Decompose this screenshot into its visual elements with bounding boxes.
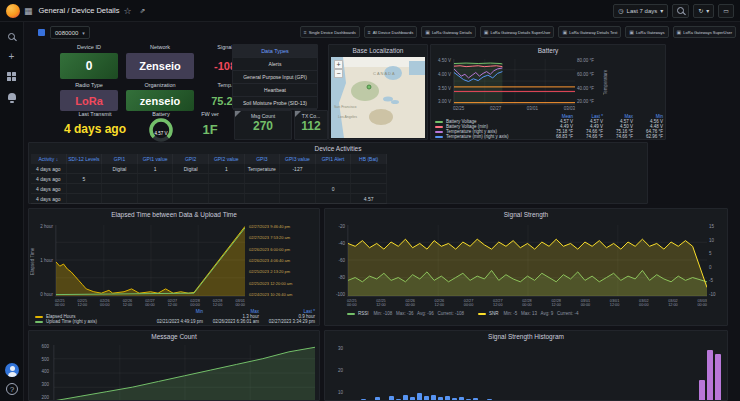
dashboard-link-button[interactable]: ▣LoRa Gateways SuperUser <box>673 26 736 38</box>
dashboard-link-button[interactable]: ≡Single Device Dashboards <box>300 26 360 38</box>
battery-plot[interactable] <box>453 59 575 105</box>
table-cell <box>173 194 209 204</box>
column-header[interactable]: Activity ↓ <box>31 154 67 164</box>
column-header[interactable]: SDI-12 Levels <box>67 154 103 164</box>
column-header[interactable]: GPI2 <box>173 154 209 164</box>
histogram-bar <box>438 397 443 401</box>
map-zoom-out-button[interactable]: − <box>334 69 343 78</box>
elapsed-right-axis: 02/27/2023 9:46:40 pm02/27/2023 7:53:20 … <box>249 225 317 297</box>
message-y-tick: 500 <box>41 358 49 363</box>
signal-y-tick: 0 <box>709 266 725 271</box>
create-icon[interactable]: + <box>1 48 23 65</box>
grafana-logo[interactable] <box>6 4 20 18</box>
column-header[interactable]: GPI1 <box>102 154 138 164</box>
column-header[interactable]: GPI1 Alert <box>316 154 352 164</box>
table-cell <box>316 174 352 184</box>
tick-time: 00:00 <box>464 303 474 307</box>
elapsed-y-tick: 0 hour <box>40 293 53 298</box>
elapsed-y-axis: 2 hour1 hour0 hour <box>37 225 53 297</box>
legend-value: 68.83 °F <box>543 134 573 139</box>
battery-y-tick: 80.00 °F <box>577 59 601 64</box>
stat-value-network: Zenseio <box>126 53 194 79</box>
panel-info-corner-icon[interactable] <box>235 111 241 117</box>
zoom-out-button[interactable] <box>672 4 689 18</box>
map-zoom-in-button[interactable]: + <box>334 60 343 69</box>
stat-label-radio-type: Radio Type <box>60 82 118 88</box>
battery-y-tick: 20.00 °F <box>577 100 601 105</box>
data-type-item[interactable]: Soil Moisture Probe (SID-13) <box>233 97 317 110</box>
histogram-panel-title: Signal Strength Histogram <box>325 331 727 343</box>
time-range-picker[interactable]: ◷ Last 7 days ▾ <box>613 4 668 18</box>
table-cell <box>102 194 138 204</box>
share-icon[interactable]: ⇗ <box>139 7 145 15</box>
avatar[interactable] <box>5 363 19 377</box>
battery-y-tick: 4.50 V <box>438 59 451 64</box>
signal-x-tick: 02/2812:00 <box>551 299 561 308</box>
data-types-title[interactable]: Data Types <box>233 45 317 58</box>
data-type-item[interactable]: Alerts <box>233 58 317 71</box>
histogram-plot[interactable] <box>347 345 721 401</box>
dashboard-link-button[interactable]: ▣LoRa Gateways <box>625 26 668 38</box>
alerting-bell-icon[interactable] <box>1 88 23 105</box>
dashboard-link-icon: ▣ <box>677 29 682 35</box>
elapsed-x-tick: 02/2700:00 <box>145 299 155 308</box>
column-header[interactable]: HB (Bat) <box>351 154 387 164</box>
table-cell <box>173 174 209 184</box>
legend-series-name[interactable]: RSSI <box>358 311 369 316</box>
dashboard-link-button[interactable]: ≡All Device Dashboards <box>364 26 417 38</box>
panel-info-corner-icon[interactable] <box>295 111 301 117</box>
message-y-tick: 200 <box>41 396 49 401</box>
elapsed-x-tick: 02/2712:00 <box>168 299 178 308</box>
table-cell <box>67 184 103 194</box>
map-canvas[interactable]: CANADA San Francisco Los Angeles + − <box>331 57 425 138</box>
signal-x-tick: 02/2712:00 <box>493 299 503 308</box>
legend-series-name[interactable]: SNR <box>489 311 499 316</box>
legend-item: RSSIMin: -108 Max: -36 Avg: -96 Current:… <box>347 311 464 316</box>
dashboard-link-button[interactable]: ▣LoRa Gateway Details SuperUser <box>480 26 555 38</box>
histogram-y-tick: 10 <box>338 391 343 396</box>
breadcrumb[interactable]: General / Device Details <box>39 6 120 15</box>
help-icon[interactable]: ? <box>6 383 18 395</box>
dashboard-link-button[interactable]: ▣LoRa Gateway Details <box>421 26 476 38</box>
dashboard-link-button[interactable]: ▣LoRa Gateway Details Test <box>558 26 621 38</box>
cycle-view-button[interactable]: ▭ <box>718 4 734 18</box>
elapsed-plot[interactable] <box>55 225 245 297</box>
histogram-bar <box>445 396 450 401</box>
table-cell <box>245 174 281 184</box>
dashboard-links-row: ≡Single Device Dashboards≡All Device Das… <box>300 26 736 38</box>
histogram-bar <box>459 397 464 401</box>
column-header[interactable]: GPI1 value <box>138 154 174 164</box>
tick-time: 00:00 <box>55 303 65 307</box>
histogram-bar <box>424 396 429 401</box>
apps-grid-icon[interactable]: ▦ <box>24 6 33 16</box>
table-cell <box>67 194 103 204</box>
data-type-item[interactable]: Heartbeat <box>233 84 317 97</box>
battery-y-axis-right: 80.00 °F60.00 °F40.00 °F20.00 °F <box>577 59 601 105</box>
map-region-label: CANADA <box>373 71 396 76</box>
signal-x-tick: 03/0200:00 <box>639 299 649 308</box>
legend-column-header[interactable]: Min <box>147 309 203 314</box>
table-cell: 4 days ago <box>31 174 67 184</box>
device-variable-dropdown[interactable]: 0080000 ▾ <box>50 26 90 39</box>
signal-x-tick: 02/2500:00 <box>347 299 357 308</box>
dashboard-link-label: LoRa Gateway Details Test <box>569 30 617 35</box>
table-cell: 0 <box>316 184 352 194</box>
star-icon[interactable]: ☆ <box>123 6 131 16</box>
message-plot[interactable] <box>53 345 315 401</box>
column-header[interactable]: GPI3 value <box>280 154 316 164</box>
dashboards-icon[interactable] <box>1 68 23 85</box>
column-header[interactable]: GPI2 value <box>209 154 245 164</box>
search-icon[interactable] <box>1 28 23 45</box>
legend-series-name[interactable]: Temperature (min) (right y axis) <box>446 134 543 139</box>
data-types-list: AlertsGeneral Purpose Input (GPI)Heartbe… <box>233 58 317 110</box>
refresh-button[interactable]: ↻ ▾ <box>693 4 714 18</box>
column-header[interactable]: GPI3 <box>245 154 281 164</box>
signal-y-tick: -80 <box>338 276 345 281</box>
signal-plot[interactable] <box>347 225 707 297</box>
elapsed-panel-title: Elapsed Time between Data & Upload Time <box>29 209 319 221</box>
legend-value: 02/26/2023 6:36:01 am <box>203 319 259 324</box>
dashboard-link-label: LoRa Gateway Details SuperUser <box>490 30 550 35</box>
data-type-item[interactable]: General Purpose Input (GPI) <box>233 71 317 84</box>
legend-series-name[interactable]: Upload Time (right y axis) <box>46 319 147 324</box>
signal-y-tick: -20 <box>338 225 345 230</box>
